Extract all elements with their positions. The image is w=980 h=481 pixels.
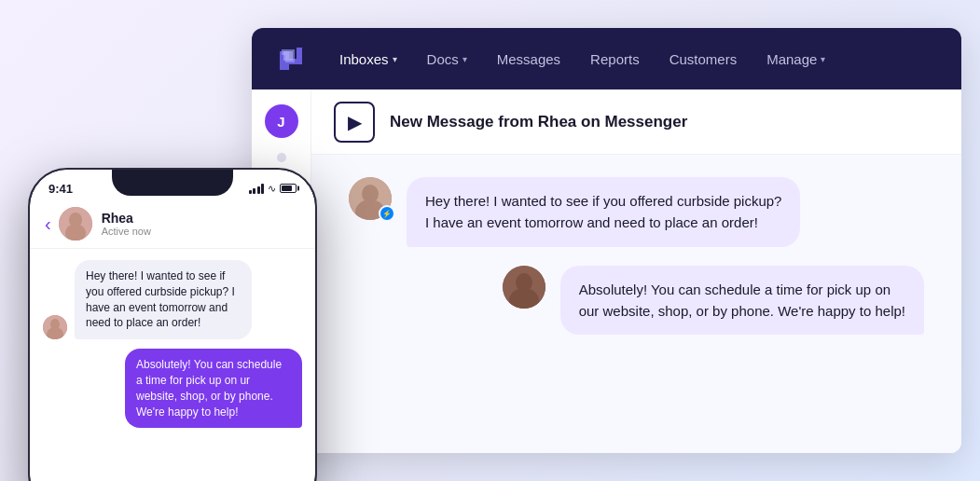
chat-area: ⚡ Hey there! I wanted to see if you offe… [311, 155, 961, 453]
desktop-panel: Inboxes ▾ Docs ▾ Messages Reports Custom… [252, 28, 961, 453]
nav-item-manage[interactable]: Manage ▾ [753, 44, 838, 75]
phone-notch [112, 170, 233, 196]
phone-incoming-bubble: Hey there! I wanted to see if you offere… [75, 260, 252, 339]
chevron-down-icon: ▾ [462, 54, 467, 64]
back-icon[interactable]: ‹ [45, 213, 51, 235]
nav-messages-label: Messages [497, 51, 560, 67]
desktop-outgoing-bubble: Absolutely! You can schedule a time for … [560, 266, 924, 336]
desktop-incoming-bubble: Hey there! I wanted to see if you offere… [407, 177, 800, 247]
phone-messages: Hey there! I wanted to see if you offere… [30, 249, 315, 439]
phone-contact-avatar [59, 207, 92, 240]
nav-item-docs[interactable]: Docs ▾ [414, 44, 480, 75]
phone-contact-name: Rhea [102, 211, 151, 226]
content-area: J ▶ New Message from Rhea on Messenger [252, 89, 961, 453]
main-content: ▶ New Message from Rhea on Messenger [311, 89, 961, 453]
nav-items: Inboxes ▾ Docs ▾ Messages Reports Custom… [326, 44, 939, 75]
phone-icons: ∿ [249, 183, 297, 195]
notification-icon-box: ▶ [334, 102, 375, 143]
phone-sender-avatar [43, 315, 67, 339]
nav-item-customers[interactable]: Customers [656, 44, 751, 75]
nav-item-reports[interactable]: Reports [577, 44, 653, 75]
desktop-sender-avatar-wrapper: ⚡ [349, 177, 392, 220]
messenger-badge: ⚡ [379, 205, 395, 222]
phone-user-info: Rhea Active now [102, 211, 151, 237]
notification-text: New Message from Rhea on Messenger [390, 113, 687, 131]
avatar-initial: J [277, 114, 284, 130]
desktop-msg-incoming: ⚡ Hey there! I wanted to see if you offe… [349, 177, 924, 247]
message-icon: ▶ [348, 111, 362, 133]
desktop-msg-outgoing: Absolutely! You can schedule a time for … [349, 266, 924, 336]
chevron-down-icon: ▾ [393, 54, 397, 64]
desktop-agent-avatar [503, 266, 545, 309]
sidebar-dot-1 [277, 153, 286, 162]
messenger-icon: ⚡ [382, 210, 392, 218]
nav-docs-label: Docs [427, 51, 459, 67]
chevron-down-icon: ▾ [821, 54, 825, 64]
phone-mockup: 9:41 ∿ ‹ [28, 168, 317, 481]
phone-contact-status: Active now [102, 226, 151, 237]
nav-inboxes-label: Inboxes [339, 51, 389, 67]
phone-msg-incoming: Hey there! I wanted to see if you offere… [43, 260, 302, 339]
signal-icon [249, 183, 265, 194]
phone-screen: 9:41 ∿ ‹ [30, 170, 315, 481]
nav-item-inboxes[interactable]: Inboxes ▾ [326, 44, 410, 75]
phone-outgoing-bubble: Absolutely! You can schedule a time for … [125, 349, 302, 428]
phone-time: 9:41 [48, 182, 73, 196]
phone-msg-outgoing: Absolutely! You can schedule a time for … [43, 349, 302, 428]
wifi-icon: ∿ [268, 183, 276, 195]
notification-bar: ▶ New Message from Rhea on Messenger [311, 89, 961, 155]
nav-item-messages[interactable]: Messages [484, 44, 573, 75]
nav-logo [274, 42, 308, 76]
phone-chat-header: ‹ Rhea Active now [30, 199, 315, 249]
sidebar-user-avatar[interactable]: J [265, 104, 298, 138]
nav-customers-label: Customers [669, 51, 738, 67]
nav-manage-label: Manage [766, 51, 817, 67]
nav-reports-label: Reports [590, 51, 640, 67]
battery-icon [280, 184, 297, 193]
nav-bar: Inboxes ▾ Docs ▾ Messages Reports Custom… [252, 28, 961, 89]
